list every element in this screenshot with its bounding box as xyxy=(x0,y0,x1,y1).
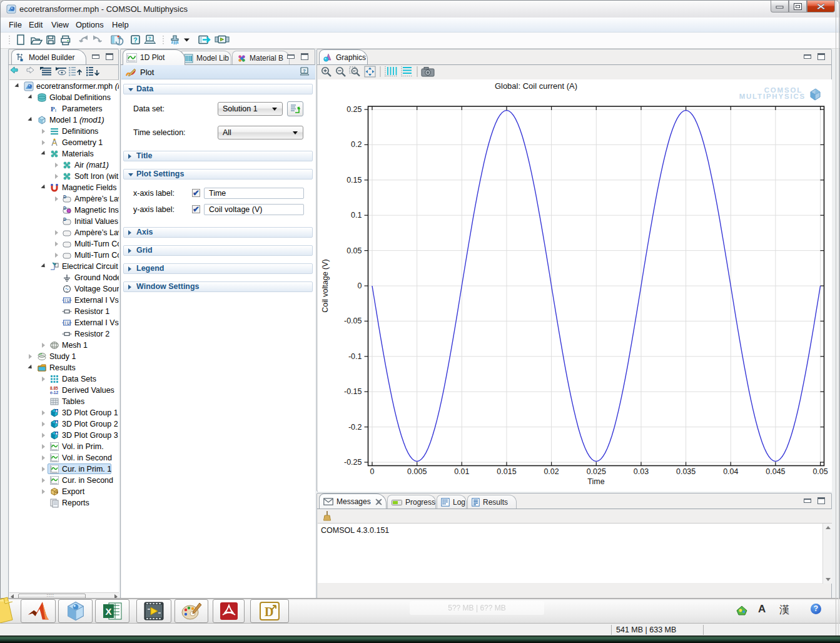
svg-text:0.015: 0.015 xyxy=(497,467,516,476)
svg-text:0.1: 0.1 xyxy=(351,211,362,220)
svg-text:-0.1: -0.1 xyxy=(348,352,362,361)
svg-text:0: 0 xyxy=(358,281,362,290)
svg-text:0.025: 0.025 xyxy=(587,467,606,476)
svg-text:D: D xyxy=(265,605,273,619)
svg-text:0.02: 0.02 xyxy=(544,467,559,476)
svg-text:-0.05: -0.05 xyxy=(344,316,362,325)
svg-text:0.045: 0.045 xyxy=(766,467,785,476)
svg-text:i: i xyxy=(55,108,56,113)
svg-text:-0.15: -0.15 xyxy=(344,387,362,396)
svg-text:-0.2: -0.2 xyxy=(348,423,362,432)
svg-text:?: ? xyxy=(303,68,306,74)
svg-text:?: ? xyxy=(133,36,138,44)
svg-text:0.25: 0.25 xyxy=(347,105,362,114)
svg-text:0.2: 0.2 xyxy=(351,140,362,149)
svg-text:I U: I U xyxy=(64,321,70,325)
svg-text:0.15: 0.15 xyxy=(347,176,362,185)
svg-text:P: P xyxy=(51,105,55,113)
svg-text:8.85: 8.85 xyxy=(50,386,58,390)
svg-text:D: D xyxy=(63,195,66,199)
svg-text:Global: Coil current (A): Global: Coil current (A) xyxy=(495,81,577,91)
svg-text:-0.25: -0.25 xyxy=(344,458,362,467)
svg-text:e-12: e-12 xyxy=(50,390,58,395)
svg-text:0.05: 0.05 xyxy=(812,467,827,476)
svg-text:Time: Time xyxy=(587,477,604,486)
svg-text:0.04: 0.04 xyxy=(723,467,738,476)
svg-text:0: 0 xyxy=(370,467,375,476)
svg-text:0.05: 0.05 xyxy=(347,246,362,255)
svg-text:0.01: 0.01 xyxy=(454,467,469,476)
svg-text:D: D xyxy=(63,206,66,210)
svg-text:Coil voltage (V): Coil voltage (V) xyxy=(321,259,330,312)
svg-text:I U: I U xyxy=(64,298,70,303)
svg-text:D: D xyxy=(63,217,66,221)
svg-text:0.035: 0.035 xyxy=(676,467,696,476)
svg-text:X: X xyxy=(105,606,111,617)
svg-text:MULTIPHYSICS: MULTIPHYSICS xyxy=(739,93,806,100)
svg-text:0.03: 0.03 xyxy=(634,467,649,476)
svg-text:?: ? xyxy=(148,36,151,41)
svg-text:0.005: 0.005 xyxy=(407,467,427,476)
